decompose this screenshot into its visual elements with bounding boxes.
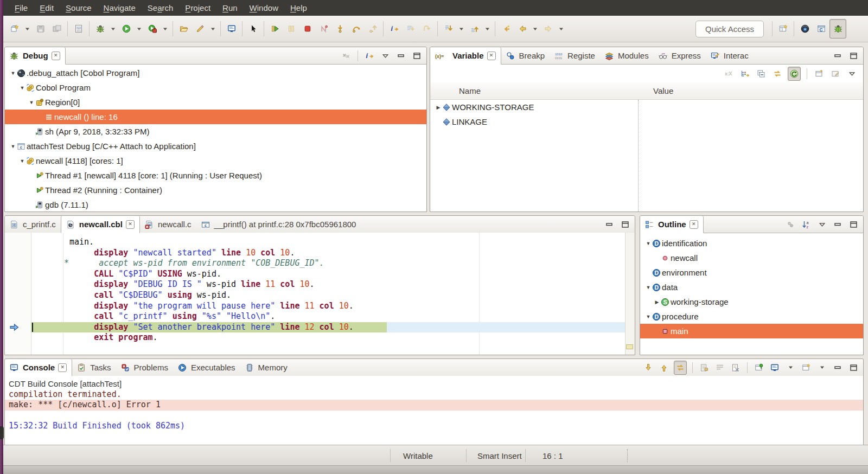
tree-item-newcall-4118-cores-1[interactable]: ▼newcall [4118] [cores: 1] bbox=[5, 153, 426, 168]
show-error-toggle-button[interactable] bbox=[674, 361, 687, 375]
variable-row-linkage[interactable]: LINKAGE bbox=[430, 114, 863, 129]
menu-button[interactable] bbox=[816, 218, 828, 231]
step-into-button[interactable] bbox=[332, 20, 348, 38]
detail-new-button[interactable] bbox=[813, 67, 825, 80]
tab-executables[interactable]: Executables bbox=[173, 359, 240, 376]
next-ann-button[interactable] bbox=[441, 20, 456, 38]
tab-debug[interactable]: Debug✕ bbox=[5, 47, 66, 65]
remote-perspective-button[interactable] bbox=[797, 20, 813, 38]
max-button[interactable] bbox=[847, 218, 859, 231]
menu-button[interactable] bbox=[846, 67, 858, 80]
auto-refresh-button[interactable] bbox=[788, 67, 801, 81]
tree-item-cobol-program[interactable]: ▼Cobol Program bbox=[5, 80, 426, 95]
expander-icon[interactable]: ▼ bbox=[18, 158, 26, 164]
dd-button[interactable] bbox=[208, 20, 218, 38]
tree-item-newcall[interactable]: newcall bbox=[640, 251, 863, 265]
code-editor[interactable]: main. display "newcall started" line 10 … bbox=[5, 233, 635, 355]
close-icon[interactable]: ✕ bbox=[126, 220, 135, 229]
column-header-name[interactable]: Name bbox=[430, 86, 638, 95]
tab-interac[interactable]: Interac bbox=[706, 47, 754, 64]
menu-run[interactable]: Run bbox=[216, 1, 244, 15]
tab-c-printf-c[interactable]: cc_printf.c bbox=[5, 216, 61, 233]
prev-ann-button[interactable] bbox=[467, 20, 482, 38]
dd-button[interactable] bbox=[531, 20, 540, 38]
menu-file[interactable]: File bbox=[9, 1, 34, 15]
dd-button[interactable] bbox=[816, 361, 828, 374]
max-button[interactable] bbox=[847, 361, 859, 374]
open-perspective-button[interactable] bbox=[775, 20, 791, 38]
expander-icon[interactable]: ▼ bbox=[28, 100, 35, 105]
menu-source[interactable]: Source bbox=[60, 1, 98, 15]
tab-express[interactable]: x=Express bbox=[654, 47, 706, 64]
menu-button[interactable] bbox=[379, 49, 391, 62]
forward-button[interactable] bbox=[540, 20, 556, 38]
tree-item-region-0[interactable]: ▼Region[0] bbox=[5, 95, 426, 110]
sort-az-button[interactable]: az bbox=[800, 218, 812, 231]
detail-edit-button[interactable] bbox=[829, 67, 841, 80]
tree-item-newcall-line-16[interactable]: newcall () line: 16 bbox=[5, 110, 426, 124]
tree-item-thread-1-newcall-4118-core-1-running-use[interactable]: Thread #1 [newcall] 4118 [core: 1] (Runn… bbox=[5, 168, 426, 183]
pencil-button[interactable] bbox=[192, 20, 208, 38]
step-return-button[interactable] bbox=[365, 20, 380, 38]
overview-annotation[interactable] bbox=[626, 344, 633, 349]
logical-structure-button[interactable] bbox=[739, 67, 751, 80]
close-icon[interactable]: ✕ bbox=[58, 363, 67, 372]
show-type-names-button[interactable]: x: bbox=[723, 67, 735, 80]
console-view-button[interactable] bbox=[224, 20, 239, 38]
min-button[interactable] bbox=[832, 361, 844, 374]
max-button[interactable] bbox=[619, 218, 631, 231]
dd-button[interactable] bbox=[108, 20, 118, 38]
tab-variable[interactable]: (x)=Variable✕ bbox=[430, 47, 501, 65]
clear-console-button[interactable] bbox=[730, 361, 742, 374]
tab-registe[interactable]: 10100101Registe bbox=[550, 47, 600, 64]
resume-button[interactable] bbox=[267, 20, 283, 38]
tab-console[interactable]: Console✕ bbox=[5, 359, 72, 376]
overview-ruler[interactable] bbox=[625, 233, 635, 355]
min-button[interactable] bbox=[395, 49, 407, 62]
disconnect-button[interactable] bbox=[316, 20, 331, 38]
tab-problems[interactable]: Problems bbox=[116, 359, 173, 376]
previous-error-button[interactable] bbox=[658, 361, 670, 374]
back-button[interactable] bbox=[514, 20, 530, 38]
status-cursor-position[interactable]: 16 : 1 bbox=[542, 445, 563, 466]
instruction-step-button[interactable]: i bbox=[386, 20, 402, 38]
last-edit-button[interactable] bbox=[498, 20, 514, 38]
terminate-button[interactable] bbox=[299, 20, 315, 38]
save-all-button[interactable] bbox=[49, 20, 65, 38]
word-wrap-button[interactable] bbox=[714, 361, 726, 374]
overlay-scrollbar-stub[interactable] bbox=[0, 426, 4, 439]
collapse-all-button[interactable] bbox=[755, 67, 767, 80]
tree-item-attachtest-debug-c-c-attach-to-applicati[interactable]: ▼cattachTest Debug [C/C++ Attach to Appl… bbox=[5, 139, 426, 153]
new-wizard-button[interactable] bbox=[7, 20, 22, 38]
expander-icon[interactable]: ▶ bbox=[653, 299, 661, 305]
dd-button[interactable] bbox=[161, 20, 170, 38]
open-folder-button[interactable] bbox=[176, 20, 192, 38]
dd-button[interactable] bbox=[483, 20, 492, 38]
profile-button[interactable] bbox=[144, 20, 160, 38]
run-button[interactable] bbox=[118, 20, 134, 38]
tree-item-sh-apr-9-2018-3-32-33-pm[interactable]: sh (Apr 9, 2018, 3:32:33 PM) bbox=[5, 124, 426, 139]
tab-breakp[interactable]: Breakp bbox=[501, 47, 550, 64]
editor-gutter[interactable] bbox=[5, 233, 31, 355]
tree-item-gdb-7-11-1[interactable]: gdb (7.11.1) bbox=[5, 197, 426, 212]
expander-icon[interactable]: ▼ bbox=[9, 71, 17, 76]
dd-button[interactable] bbox=[23, 20, 32, 38]
console-output[interactable]: CDT Build Console [attachTest]compilatio… bbox=[5, 376, 863, 445]
tab-outline[interactable]: Outline✕ bbox=[640, 216, 704, 233]
tree-item-data[interactable]: ▼Ddata bbox=[640, 280, 863, 294]
open-console-button[interactable] bbox=[800, 361, 812, 374]
column-header-value[interactable]: Value bbox=[638, 86, 673, 95]
save-button[interactable] bbox=[33, 20, 48, 38]
max-button[interactable] bbox=[411, 49, 423, 62]
tree-item-environment[interactable]: Denvironment bbox=[640, 265, 863, 280]
menu-window[interactable]: Window bbox=[244, 1, 284, 15]
cursor-button[interactable] bbox=[245, 20, 261, 38]
debug-perspective-button[interactable] bbox=[829, 19, 846, 39]
display-console-button[interactable] bbox=[769, 361, 781, 374]
menu-edit[interactable]: Edit bbox=[34, 1, 60, 15]
jump-to-button[interactable] bbox=[419, 20, 435, 38]
variable-row-working-storage[interactable]: ▶WORKING-STORAGE bbox=[430, 100, 863, 114]
expander-icon[interactable]: ▼ bbox=[644, 241, 652, 246]
expander-icon[interactable]: ▼ bbox=[18, 85, 26, 91]
link-editor-button[interactable] bbox=[784, 218, 796, 231]
